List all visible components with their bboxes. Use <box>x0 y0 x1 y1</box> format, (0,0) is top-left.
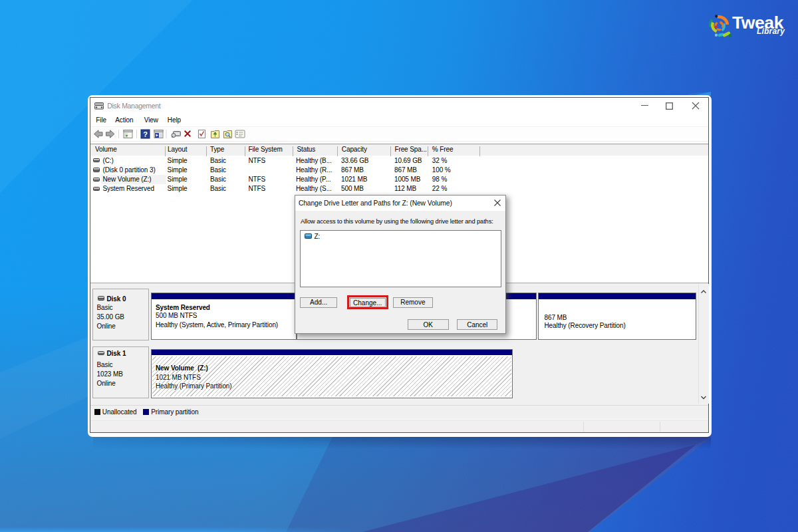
svg-text:?: ? <box>143 130 148 138</box>
